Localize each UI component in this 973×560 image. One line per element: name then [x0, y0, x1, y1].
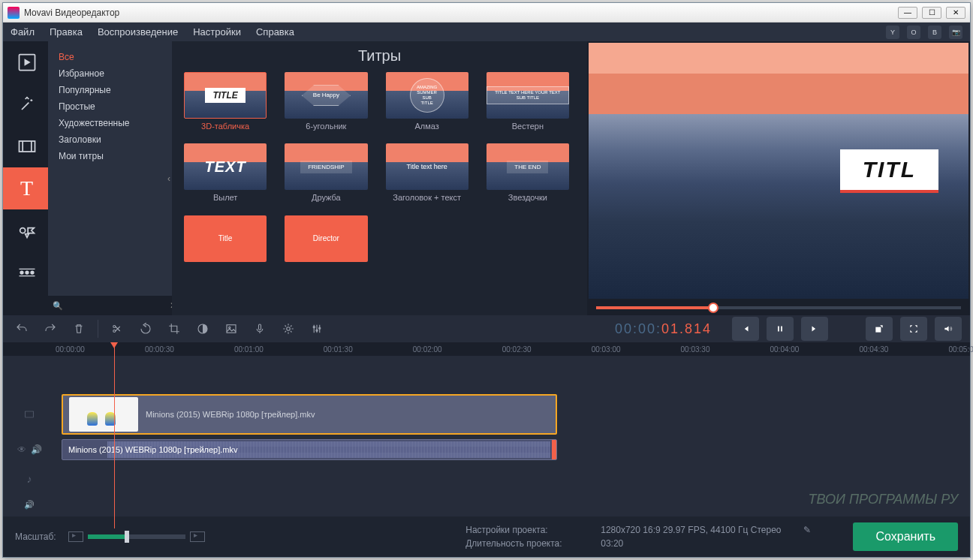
undo-button[interactable] [9, 318, 35, 340]
svg-marker-1 [24, 59, 30, 65]
tab-titles[interactable]: T [3, 167, 48, 209]
minimize-button[interactable]: — [898, 7, 917, 19]
svg-rect-10 [227, 325, 236, 333]
cat-popular[interactable]: Популярные [54, 82, 166, 98]
edit-settings-button[interactable]: ✎ [803, 525, 811, 535]
tab-filters[interactable] [3, 83, 48, 125]
title-item[interactable]: FRIENDSHIPДружба [285, 143, 367, 203]
seek-knob[interactable] [708, 303, 718, 313]
delete-button[interactable] [66, 318, 92, 340]
zoom-out-button[interactable] [68, 531, 83, 542]
properties-button[interactable] [276, 318, 301, 340]
camera-icon[interactable]: 📷 [949, 26, 962, 39]
category-panel: Все Избранное Популярные Простые Художес… [48, 41, 172, 315]
youtube-icon[interactable]: Y [886, 26, 899, 39]
title-item[interactable]: AMAZING SUMMER SUB TITLEАлмаз [386, 72, 468, 131]
next-frame-button[interactable] [801, 317, 828, 341]
timeline-ruler[interactable]: 00:00:00 00:00:30 00:01:00 00:01:30 00:0… [3, 342, 970, 356]
preview-viewport[interactable]: TITL [589, 43, 968, 299]
search-input[interactable] [66, 301, 170, 310]
maximize-button[interactable]: ☐ [922, 7, 941, 19]
speaker-icon[interactable]: 🔊 [31, 444, 42, 455]
titles-track[interactable] [3, 360, 970, 390]
project-settings-value: 1280x720 16:9 29.97 FPS, 44100 Гц Стерео [601, 525, 781, 535]
music-audio-track[interactable]: 🔊 [3, 497, 970, 512]
title-item[interactable]: Title [184, 215, 267, 265]
fullscreen-button[interactable] [900, 317, 927, 341]
svg-rect-20 [26, 411, 34, 417]
clip-name: Minions (2015) WEBRip 1080p [трейлер].mk… [68, 445, 237, 454]
titlebar[interactable]: Movavi Видеоредактор — ☐ ✕ [3, 3, 970, 23]
cat-simple[interactable]: Простые [54, 98, 166, 115]
svg-point-3 [20, 228, 25, 233]
rotate-button[interactable] [133, 318, 158, 340]
menu-help[interactable]: Справка [256, 26, 294, 38]
title-item[interactable]: TITLE TEXT HERE YOUR TEXT SUB TITLEВесте… [486, 72, 569, 131]
menu-edit[interactable]: Правка [50, 26, 83, 38]
preview-seekbar[interactable] [587, 300, 970, 315]
footer: Масштаб: Настройки проекта:1280x720 16:9… [3, 516, 970, 557]
cat-artistic[interactable]: Художественные [54, 115, 166, 131]
audio-clip[interactable]: Minions (2015) WEBRip 1080p [трейлер].mk… [62, 439, 557, 460]
redo-button[interactable] [38, 318, 63, 340]
vkontakte-icon[interactable]: B [928, 26, 941, 39]
video-track[interactable]: Minions (2015) WEBRip 1080p [трейлер].mk… [3, 393, 970, 435]
app-window: Movavi Видеоредактор — ☐ ✕ Файл Правка В… [2, 2, 971, 558]
svg-point-6 [31, 271, 34, 274]
timeline[interactable]: Minions (2015) WEBRip 1080p [трейлер].mk… [3, 356, 970, 516]
cat-my-titles[interactable]: Мои титры [54, 148, 166, 164]
menu-file[interactable]: Файл [11, 26, 35, 38]
title-item[interactable]: Be Happy6-угольник [285, 72, 367, 131]
title-item[interactable]: TITLE3D-табличка [184, 72, 267, 131]
volume-button[interactable] [935, 317, 962, 341]
timecode-display: 00:00:01.814 [615, 321, 712, 337]
titles-browser: Титры TITLE3D-табличка Be Happy6-угольни… [172, 41, 587, 315]
odnoklassniki-icon[interactable]: O [907, 26, 920, 39]
prev-frame-button[interactable] [732, 317, 759, 341]
crop-button[interactable] [161, 318, 187, 340]
zoom-knob[interactable] [125, 531, 129, 543]
cat-all[interactable]: Все [54, 49, 166, 65]
detach-button[interactable] [866, 317, 893, 341]
menu-settings[interactable]: Настройки [193, 26, 241, 38]
close-button[interactable]: ✕ [946, 7, 965, 19]
title-item[interactable]: THE ENDЗвездочки [486, 143, 569, 203]
title-item[interactable]: Director [285, 215, 367, 265]
toolbar: 00:00:01.814 [3, 315, 970, 342]
music-track[interactable]: ♪ [3, 464, 970, 494]
zoom-slider[interactable] [88, 534, 185, 539]
svg-point-16 [319, 327, 321, 329]
title-item[interactable]: TEXTВылет [184, 143, 267, 203]
video-clip[interactable]: Minions (2015) WEBRip 1080p [трейлер].mk… [62, 394, 557, 435]
menu-playback[interactable]: Воспроизведение [98, 26, 178, 38]
preview-panel: TITL [587, 41, 970, 315]
title-item[interactable]: Title text hereЗаголовок + текст [386, 143, 468, 203]
tab-more[interactable] [3, 251, 48, 294]
tab-media[interactable] [3, 41, 48, 83]
equalizer-button[interactable] [304, 318, 330, 340]
window-title: Movavi Видеоредактор [24, 8, 119, 18]
search-icon: 🔍 [53, 301, 63, 311]
play-pause-button[interactable] [767, 317, 794, 341]
svg-point-15 [316, 330, 318, 331]
menubar: Файл Правка Воспроизведение Настройки Сп… [3, 23, 970, 41]
linked-audio-track[interactable]: 👁🔊 Minions (2015) WEBRip 1080p [трейлер]… [3, 438, 970, 461]
tab-transitions[interactable] [3, 125, 48, 167]
zoom-in-button[interactable] [190, 531, 205, 542]
split-button[interactable] [104, 318, 130, 340]
speaker-icon[interactable]: 🔊 [24, 500, 35, 510]
color-button[interactable] [190, 318, 215, 340]
svg-rect-19 [875, 327, 881, 333]
project-duration-value: 03:20 [601, 538, 623, 549]
svg-rect-2 [19, 141, 35, 152]
eye-icon[interactable]: 👁 [17, 444, 26, 455]
tab-stickers[interactable] [3, 209, 48, 251]
save-button[interactable]: Сохранить [853, 522, 958, 551]
search-bar: 🔍 ✕ [48, 296, 172, 315]
cat-headers[interactable]: Заголовки [54, 131, 166, 148]
microphone-button[interactable] [247, 318, 273, 340]
clip-handle[interactable] [552, 440, 556, 459]
picture-button[interactable] [218, 318, 244, 340]
cat-favorites[interactable]: Избранное [54, 65, 166, 82]
playhead[interactable] [114, 342, 115, 528]
